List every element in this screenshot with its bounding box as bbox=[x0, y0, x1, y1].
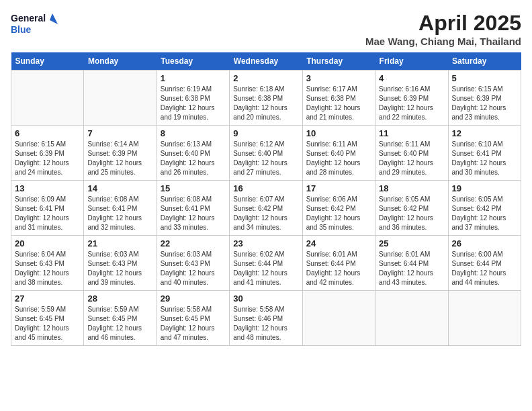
svg-marker-2 bbox=[50, 13, 58, 24]
calendar-header-saturday: Saturday bbox=[448, 52, 521, 71]
day-info: Sunrise: 6:02 AMSunset: 6:44 PMDaylight:… bbox=[233, 250, 298, 287]
calendar-cell: 12 Sunrise: 6:10 AMSunset: 6:41 PMDaylig… bbox=[448, 126, 521, 181]
calendar-week-4: 20 Sunrise: 6:04 AMSunset: 6:43 PMDaylig… bbox=[11, 236, 521, 291]
page-header: General Blue April 2025 Mae Wang, Chiang… bbox=[11, 11, 521, 47]
calendar-cell: 6 Sunrise: 6:15 AMSunset: 6:39 PMDayligh… bbox=[11, 126, 84, 181]
calendar-cell: 17 Sunrise: 6:06 AMSunset: 6:42 PMDaylig… bbox=[302, 181, 375, 236]
day-number: 1 bbox=[161, 73, 226, 83]
day-info: Sunrise: 6:13 AMSunset: 6:40 PMDaylight:… bbox=[161, 140, 226, 177]
calendar-week-3: 13 Sunrise: 6:09 AMSunset: 6:41 PMDaylig… bbox=[11, 181, 521, 236]
svg-text:Blue: Blue bbox=[11, 24, 32, 35]
day-info: Sunrise: 6:01 AMSunset: 6:44 PMDaylight:… bbox=[379, 250, 444, 287]
day-info: Sunrise: 6:15 AMSunset: 6:39 PMDaylight:… bbox=[452, 85, 517, 122]
day-info: Sunrise: 6:09 AMSunset: 6:41 PMDaylight:… bbox=[15, 195, 80, 232]
calendar-cell: 13 Sunrise: 6:09 AMSunset: 6:41 PMDaylig… bbox=[11, 181, 84, 236]
calendar-cell: 29 Sunrise: 5:58 AMSunset: 6:45 PMDaylig… bbox=[157, 291, 229, 346]
day-number: 3 bbox=[306, 73, 371, 83]
calendar-cell: 20 Sunrise: 6:04 AMSunset: 6:43 PMDaylig… bbox=[11, 236, 84, 291]
calendar-header-monday: Monday bbox=[84, 52, 157, 71]
day-number: 24 bbox=[306, 238, 371, 248]
location-title: Mae Wang, Chiang Mai, Thailand bbox=[365, 36, 521, 47]
day-info: Sunrise: 6:16 AMSunset: 6:39 PMDaylight:… bbox=[379, 85, 444, 122]
calendar-cell: 25 Sunrise: 6:01 AMSunset: 6:44 PMDaylig… bbox=[375, 236, 448, 291]
title-block: April 2025 Mae Wang, Chiang Mai, Thailan… bbox=[365, 11, 521, 47]
calendar-cell: 7 Sunrise: 6:14 AMSunset: 6:39 PMDayligh… bbox=[84, 126, 157, 181]
day-number: 4 bbox=[379, 73, 444, 83]
day-info: Sunrise: 6:06 AMSunset: 6:42 PMDaylight:… bbox=[306, 195, 371, 232]
svg-text:General: General bbox=[11, 13, 46, 24]
day-info: Sunrise: 6:11 AMSunset: 6:40 PMDaylight:… bbox=[306, 140, 371, 177]
calendar-cell: 22 Sunrise: 6:03 AMSunset: 6:43 PMDaylig… bbox=[157, 236, 229, 291]
day-number: 29 bbox=[161, 293, 226, 304]
calendar-cell: 14 Sunrise: 6:08 AMSunset: 6:41 PMDaylig… bbox=[84, 181, 157, 236]
day-info: Sunrise: 6:18 AMSunset: 6:38 PMDaylight:… bbox=[233, 85, 298, 122]
logo-svg: General Blue bbox=[11, 11, 58, 39]
calendar-cell: 27 Sunrise: 5:59 AMSunset: 6:45 PMDaylig… bbox=[11, 291, 84, 346]
calendar-header-row: SundayMondayTuesdayWednesdayThursdayFrid… bbox=[11, 52, 521, 71]
day-number: 13 bbox=[15, 183, 80, 193]
day-info: Sunrise: 5:59 AMSunset: 6:45 PMDaylight:… bbox=[87, 305, 152, 342]
day-number: 27 bbox=[15, 293, 80, 304]
calendar-cell bbox=[448, 291, 521, 346]
calendar-header-thursday: Thursday bbox=[302, 52, 375, 71]
calendar-cell bbox=[11, 71, 84, 126]
day-info: Sunrise: 6:03 AMSunset: 6:43 PMDaylight:… bbox=[87, 250, 152, 287]
day-info: Sunrise: 6:05 AMSunset: 6:42 PMDaylight:… bbox=[452, 195, 517, 232]
day-number: 20 bbox=[15, 238, 80, 248]
calendar-cell: 18 Sunrise: 6:05 AMSunset: 6:42 PMDaylig… bbox=[375, 181, 448, 236]
calendar-header-wednesday: Wednesday bbox=[230, 52, 302, 71]
calendar-week-2: 6 Sunrise: 6:15 AMSunset: 6:39 PMDayligh… bbox=[11, 126, 521, 181]
calendar-cell: 15 Sunrise: 6:08 AMSunset: 6:41 PMDaylig… bbox=[157, 181, 229, 236]
calendar-header-friday: Friday bbox=[375, 52, 448, 71]
calendar-cell bbox=[375, 291, 448, 346]
day-info: Sunrise: 6:00 AMSunset: 6:44 PMDaylight:… bbox=[452, 250, 517, 287]
day-number: 16 bbox=[233, 183, 298, 193]
calendar-cell: 11 Sunrise: 6:11 AMSunset: 6:40 PMDaylig… bbox=[375, 126, 448, 181]
day-info: Sunrise: 6:01 AMSunset: 6:44 PMDaylight:… bbox=[306, 250, 371, 287]
day-info: Sunrise: 6:11 AMSunset: 6:40 PMDaylight:… bbox=[379, 140, 444, 177]
calendar-cell: 30 Sunrise: 5:58 AMSunset: 6:46 PMDaylig… bbox=[230, 291, 302, 346]
day-number: 5 bbox=[452, 73, 517, 83]
day-info: Sunrise: 6:15 AMSunset: 6:39 PMDaylight:… bbox=[15, 140, 80, 177]
day-number: 9 bbox=[233, 128, 298, 138]
calendar-week-1: 1 Sunrise: 6:19 AMSunset: 6:38 PMDayligh… bbox=[11, 71, 521, 126]
calendar-cell: 26 Sunrise: 6:00 AMSunset: 6:44 PMDaylig… bbox=[448, 236, 521, 291]
calendar-cell: 24 Sunrise: 6:01 AMSunset: 6:44 PMDaylig… bbox=[302, 236, 375, 291]
day-info: Sunrise: 6:17 AMSunset: 6:38 PMDaylight:… bbox=[306, 85, 371, 122]
calendar-cell: 8 Sunrise: 6:13 AMSunset: 6:40 PMDayligh… bbox=[157, 126, 229, 181]
day-number: 25 bbox=[379, 238, 444, 248]
day-info: Sunrise: 6:08 AMSunset: 6:41 PMDaylight:… bbox=[87, 195, 152, 232]
day-number: 12 bbox=[452, 128, 517, 138]
calendar-cell bbox=[302, 291, 375, 346]
calendar-cell: 28 Sunrise: 5:59 AMSunset: 6:45 PMDaylig… bbox=[84, 291, 157, 346]
day-number: 23 bbox=[233, 238, 298, 248]
calendar-cell: 1 Sunrise: 6:19 AMSunset: 6:38 PMDayligh… bbox=[157, 71, 229, 126]
day-info: Sunrise: 5:58 AMSunset: 6:45 PMDaylight:… bbox=[161, 305, 226, 342]
calendar-cell: 23 Sunrise: 6:02 AMSunset: 6:44 PMDaylig… bbox=[230, 236, 302, 291]
day-number: 28 bbox=[87, 293, 152, 304]
day-info: Sunrise: 6:08 AMSunset: 6:41 PMDaylight:… bbox=[161, 195, 226, 232]
calendar-cell: 10 Sunrise: 6:11 AMSunset: 6:40 PMDaylig… bbox=[302, 126, 375, 181]
day-info: Sunrise: 5:59 AMSunset: 6:45 PMDaylight:… bbox=[15, 305, 80, 342]
day-number: 22 bbox=[161, 238, 226, 248]
day-number: 10 bbox=[306, 128, 371, 138]
day-number: 15 bbox=[161, 183, 226, 193]
day-info: Sunrise: 6:04 AMSunset: 6:43 PMDaylight:… bbox=[15, 250, 80, 287]
day-number: 26 bbox=[452, 238, 517, 248]
day-info: Sunrise: 5:58 AMSunset: 6:46 PMDaylight:… bbox=[233, 305, 298, 342]
calendar-cell: 3 Sunrise: 6:17 AMSunset: 6:38 PMDayligh… bbox=[302, 71, 375, 126]
day-info: Sunrise: 6:14 AMSunset: 6:39 PMDaylight:… bbox=[87, 140, 152, 177]
calendar-cell: 5 Sunrise: 6:15 AMSunset: 6:39 PMDayligh… bbox=[448, 71, 521, 126]
day-number: 6 bbox=[15, 128, 80, 138]
day-info: Sunrise: 6:03 AMSunset: 6:43 PMDaylight:… bbox=[161, 250, 226, 287]
day-number: 8 bbox=[161, 128, 226, 138]
calendar-header-sunday: Sunday bbox=[11, 52, 84, 71]
day-number: 21 bbox=[87, 238, 152, 248]
day-number: 17 bbox=[306, 183, 371, 193]
day-number: 19 bbox=[452, 183, 517, 193]
day-info: Sunrise: 6:07 AMSunset: 6:42 PMDaylight:… bbox=[233, 195, 298, 232]
calendar-table: SundayMondayTuesdayWednesdayThursdayFrid… bbox=[11, 52, 521, 346]
day-number: 11 bbox=[379, 128, 444, 138]
calendar-header-tuesday: Tuesday bbox=[157, 52, 229, 71]
day-number: 2 bbox=[233, 73, 298, 83]
